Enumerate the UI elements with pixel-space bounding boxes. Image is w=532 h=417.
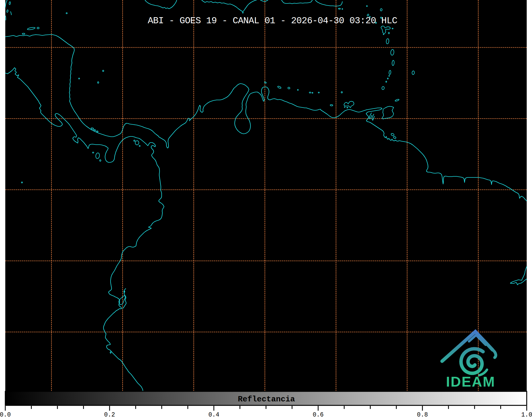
svg-text:0.2: 0.2 bbox=[104, 411, 115, 417]
svg-text:0.4: 0.4 bbox=[208, 411, 219, 417]
svg-text:0.8: 0.8 bbox=[417, 411, 428, 417]
svg-text:Reflectancia: Reflectancia bbox=[238, 395, 295, 404]
svg-text:IDEAM: IDEAM bbox=[446, 374, 495, 389]
svg-text:1.0: 1.0 bbox=[521, 411, 532, 417]
svg-text:ABI - GOES 19 - CANAL 01 - 202: ABI - GOES 19 - CANAL 01 - 2026-04-30 03… bbox=[148, 16, 397, 26]
svg-text:0.6: 0.6 bbox=[313, 411, 324, 417]
svg-text:0.0: 0.0 bbox=[0, 411, 11, 417]
